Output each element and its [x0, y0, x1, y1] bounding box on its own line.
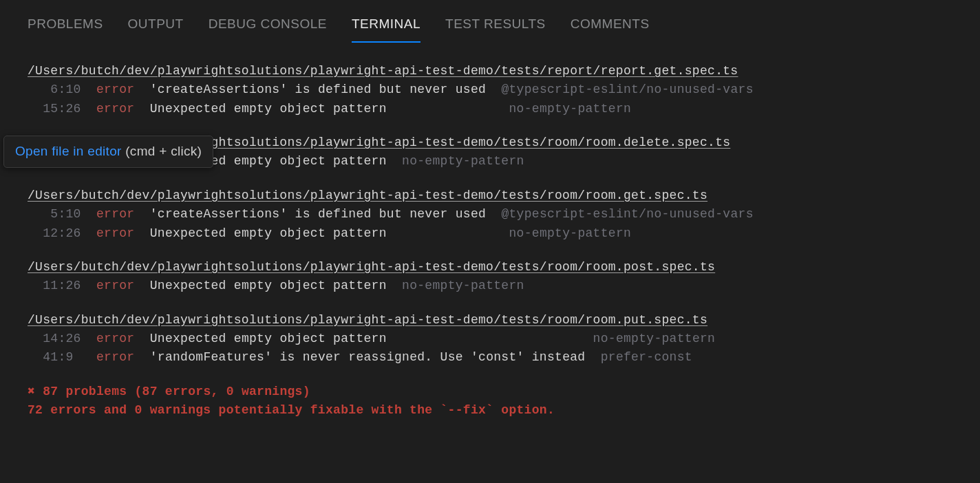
error-rule: @typescript-eslint/no-unused-vars	[501, 83, 753, 96]
error-rule: no-empty-pattern	[509, 102, 631, 116]
error-location: 41:9	[28, 350, 81, 364]
lint-error-line: 12:26 error Unexpected empty object patt…	[28, 224, 952, 243]
lint-error-line: 14:26 error Unexpected empty object patt…	[28, 330, 952, 348]
error-message: 'createAssertions' is defined but never …	[150, 83, 486, 96]
error-location: 11:26	[28, 279, 81, 292]
summary-line-2: 72 errors and 0 warnings potentially fix…	[28, 401, 952, 420]
file-path-link[interactable]: /Users/butch/dev/playwrightsolutions/pla…	[28, 313, 707, 327]
lint-error-line: 5:10 error 'createAssertions' is defined…	[28, 205, 952, 224]
error-rule: no-empty-pattern	[593, 332, 716, 345]
error-location: 14:26	[28, 332, 81, 345]
error-message: Unexpected empty object pattern	[150, 279, 387, 292]
file-block: /Users/butch/dev/playwrightsolutions/pla…	[28, 62, 952, 118]
lint-error-line: 15:26 error Unexpected empty object patt…	[28, 100, 952, 118]
error-message: Unexpected empty object pattern	[150, 332, 578, 345]
file-path-link[interactable]: /Users/butch/dev/playwrightsolutions/pla…	[28, 189, 707, 202]
error-severity: error	[96, 226, 135, 240]
tab-output[interactable]: OUTPUT	[128, 17, 184, 43]
error-severity: error	[96, 279, 135, 292]
tab-comments[interactable]: COMMENTS	[571, 17, 650, 43]
error-message: 'randomFeatures' is never reassigned. Us…	[150, 350, 586, 364]
error-rule: no-empty-pattern	[402, 154, 524, 168]
lint-error-line: 11:26 error Unexpected empty object patt…	[28, 277, 952, 295]
file-block: /Users/butch/dev/playwrightsolutions/pla…	[28, 258, 952, 296]
error-location: 6:10	[28, 83, 81, 96]
tooltip-link[interactable]: Open file in editor	[15, 144, 122, 158]
file-block: /Users/butch/dev/playwrightsolutions/pla…	[28, 186, 952, 243]
file-path-link[interactable]: /Users/butch/dev/playwrightsolutions/pla…	[28, 260, 715, 274]
hover-tooltip: Open file in editor (cmd + click)	[3, 136, 213, 168]
error-message: Unexpected empty object pattern	[150, 226, 494, 240]
file-path-link[interactable]: /Users/butch/dev/playwrightsolutions/pla…	[28, 64, 738, 78]
error-severity: error	[96, 207, 135, 221]
file-block: /Users/butch/dev/playwrightsolutions/pla…	[28, 311, 952, 367]
error-location: 12:26	[28, 226, 81, 240]
error-location: 5:10	[28, 207, 81, 221]
error-location: 15:26	[28, 102, 81, 116]
tab-terminal[interactable]: TERMINAL	[352, 17, 420, 43]
error-rule: prefer-const	[601, 350, 692, 364]
tooltip-hint: (cmd + click)	[122, 144, 202, 158]
tab-tests[interactable]: TEST RESULTS	[445, 17, 546, 43]
error-severity: error	[96, 332, 135, 345]
error-severity: error	[96, 102, 135, 116]
tab-debug[interactable]: DEBUG CONSOLE	[209, 17, 327, 43]
lint-error-line: 6:10 error 'createAssertions' is defined…	[28, 80, 952, 99]
error-message: Unexpected empty object pattern	[150, 102, 494, 116]
lint-summary: ✖ 87 problems (87 errors, 0 warnings) 72…	[28, 383, 952, 420]
panel-tabs: PROBLEMS OUTPUT DEBUG CONSOLE TERMINAL T…	[0, 0, 980, 43]
error-rule: no-empty-pattern	[509, 226, 631, 240]
error-severity: error	[96, 350, 135, 364]
error-severity: error	[96, 83, 135, 96]
terminal-output[interactable]: /Users/butch/dev/playwrightsolutions/pla…	[0, 43, 980, 420]
error-rule: @typescript-eslint/no-unused-vars	[501, 207, 753, 221]
summary-line-1: ✖ 87 problems (87 errors, 0 warnings)	[28, 383, 952, 401]
tab-problems[interactable]: PROBLEMS	[28, 17, 103, 43]
lint-error-line: 41:9 error 'randomFeatures' is never rea…	[28, 348, 952, 367]
error-message: 'createAssertions' is defined but never …	[150, 207, 486, 221]
error-rule: no-empty-pattern	[402, 279, 524, 292]
